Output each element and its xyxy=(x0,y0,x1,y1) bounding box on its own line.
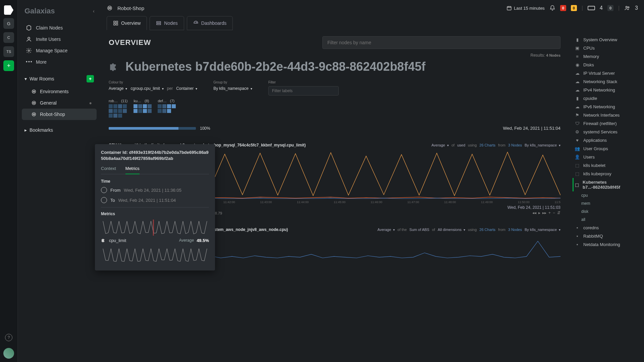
player-rewind-icon[interactable]: ◂◂ xyxy=(532,210,536,215)
svg-point-0 xyxy=(28,37,30,39)
toc-item-active[interactable]: ⬚Kubernetes b7...-862402b8f45f xyxy=(573,178,640,191)
toc-item[interactable]: ☁IPv6 Networking xyxy=(573,103,640,111)
toc-item[interactable]: ≡Memory xyxy=(573,52,640,61)
space-badge-g[interactable]: G xyxy=(3,18,14,29)
toc-item[interactable]: 🛡Firewall (netfilter) xyxy=(573,119,640,128)
toc-item[interactable]: ⚑Network Interfaces xyxy=(573,111,640,119)
svg-rect-36 xyxy=(153,220,154,236)
tab-overview[interactable]: Overview xyxy=(107,16,147,30)
group-by-dropdown[interactable]: By k8s_namespace xyxy=(213,86,252,91)
nodes-up-count: 4 xyxy=(600,5,603,11)
toc-item[interactable]: ♥Applications xyxy=(573,136,640,144)
sidebar-more[interactable]: ••• More xyxy=(22,56,97,68)
tab-dashboards[interactable]: Dashboards xyxy=(187,16,233,30)
add-room-button[interactable]: + xyxy=(87,75,94,82)
colour-agg-dropdown[interactable]: Average xyxy=(109,86,127,91)
toc-sub-item[interactable]: cpu xyxy=(573,191,640,199)
toc-item[interactable]: ◉Disks xyxy=(573,61,640,69)
chart2-dims[interactable]: All dimensions xyxy=(438,228,465,232)
chart1-nodes-link[interactable]: 3 Nodes xyxy=(508,143,522,147)
chart1-groupby[interactable]: By k8s_namespace xyxy=(525,143,560,147)
popover-tab-metrics[interactable]: Metrics xyxy=(125,166,140,174)
toc-item[interactable]: ☁Networking Stack xyxy=(573,77,640,86)
users-icon[interactable] xyxy=(624,5,630,11)
filter-nodes-input[interactable] xyxy=(322,36,560,49)
help-icon[interactable]: ? xyxy=(5,334,12,341)
toc-item[interactable]: ☁IPv4 Networking xyxy=(573,86,640,94)
calendar-icon xyxy=(506,5,512,11)
nodes-up-icon xyxy=(588,6,595,10)
tab-nodes[interactable]: Nodes xyxy=(150,16,184,30)
toc-sub-item[interactable]: all xyxy=(573,216,640,224)
toc-item[interactable]: ⬚k8s kubeproxy xyxy=(573,170,640,178)
popover-tab-context[interactable]: Context xyxy=(101,166,116,174)
colour-per-dropdown[interactable]: Container xyxy=(176,86,197,91)
filter-labels-input[interactable] xyxy=(268,86,339,96)
toc-item[interactable]: ⚙systemd Services xyxy=(573,128,640,136)
room-icon xyxy=(107,5,113,11)
collapse-sidebar-icon[interactable]: ‹ xyxy=(93,8,95,14)
player-minus-icon[interactable]: − xyxy=(553,210,555,215)
colour-metric-dropdown[interactable]: cgroup.cpu_limit xyxy=(130,86,163,91)
toc-item[interactable]: ▮cpuidle xyxy=(573,94,640,103)
alert-warning-badge[interactable]: 0 xyxy=(571,5,577,11)
sidebar-invite-users[interactable]: Invite Users xyxy=(22,34,97,45)
heatmap-group-3[interactable] xyxy=(158,104,176,113)
svg-text:11:42:00: 11:42:00 xyxy=(223,200,235,204)
toc-sub-item[interactable]: disk xyxy=(573,207,640,216)
sidebar-claim-nodes[interactable]: Claim Nodes xyxy=(22,22,97,34)
hash-icon xyxy=(31,100,37,106)
puzzle-icon xyxy=(101,238,106,243)
room-robot-shop[interactable]: Robot-Shop xyxy=(22,109,97,120)
room-general[interactable]: General ● xyxy=(22,97,97,109)
space-badge-c[interactable]: C xyxy=(3,32,14,43)
toc-item[interactable]: 👥User Groups xyxy=(573,144,640,153)
user-avatar[interactable] xyxy=(3,348,14,359)
toc-item[interactable]: ☁IP Virtual Server xyxy=(573,69,640,77)
chart2-agg[interactable]: Average xyxy=(377,228,395,232)
bell-icon[interactable] xyxy=(549,5,555,11)
gear-icon xyxy=(26,48,32,54)
add-space-button[interactable]: + xyxy=(3,60,14,71)
time-range-picker[interactable]: Last 15 minutes xyxy=(506,5,545,11)
toc-item[interactable]: 👤Users xyxy=(573,153,640,161)
player-play-icon[interactable]: ▸ xyxy=(538,210,540,215)
bookmarks-section[interactable]: ▸ Bookmarks xyxy=(22,124,97,136)
toc-item[interactable]: ▪coredns xyxy=(573,224,640,232)
svg-rect-13 xyxy=(116,23,118,25)
war-rooms-section[interactable]: ▾ War Rooms + xyxy=(22,72,97,86)
toc-item[interactable]: ▪RabbitMQ xyxy=(573,232,640,240)
heatmap-group-1[interactable] xyxy=(109,104,127,118)
nodes-icon xyxy=(156,20,161,26)
svg-rect-6 xyxy=(507,6,511,10)
player-forward-icon[interactable]: ▸▸ xyxy=(542,210,546,215)
clock-icon xyxy=(101,197,107,203)
chart2-nodes-link[interactable]: 3 Nodes xyxy=(508,228,522,232)
colour-by-label: Colour by xyxy=(109,80,197,84)
space-badge-ts[interactable]: TS xyxy=(3,46,14,57)
room-environments[interactable]: Environments xyxy=(22,86,97,97)
sidebar-manage-space[interactable]: Manage Space xyxy=(22,45,97,56)
toc-item[interactable]: ▮System Overview xyxy=(573,36,640,44)
alert-critical-badge[interactable]: 0 xyxy=(560,5,566,11)
svg-rect-11 xyxy=(116,21,118,23)
chart1-charts-link[interactable]: 26 Charts xyxy=(479,143,495,147)
player-add-icon[interactable]: + xyxy=(548,210,551,215)
chart2-charts-link[interactable]: 26 Charts xyxy=(479,228,495,232)
svg-point-1 xyxy=(28,50,30,52)
toc-item[interactable]: ▪Netdata Monitoring xyxy=(573,240,640,249)
chart1-agg[interactable]: Average xyxy=(431,143,449,147)
app-logo[interactable] xyxy=(4,5,13,15)
hash-icon xyxy=(31,89,37,94)
toc-item[interactable]: ⬚k8s kubelet xyxy=(573,161,640,170)
heatmap-group-2[interactable] xyxy=(133,104,152,113)
popover-title: Container Id: df493e319f244b7b2e0da7bde6… xyxy=(101,149,209,161)
svg-rect-7 xyxy=(588,6,595,10)
svg-rect-14 xyxy=(157,21,161,22)
toc-item[interactable]: ▣CPUs xyxy=(573,44,640,52)
player-expand-icon[interactable]: ⇵ xyxy=(557,210,560,215)
svg-text:11:45:00: 11:45:00 xyxy=(334,200,345,204)
ellipsis-icon: ••• xyxy=(26,59,32,65)
chart2-groupby[interactable]: By k8s_namespace xyxy=(525,228,560,232)
toc-sub-item[interactable]: mem xyxy=(573,199,640,207)
